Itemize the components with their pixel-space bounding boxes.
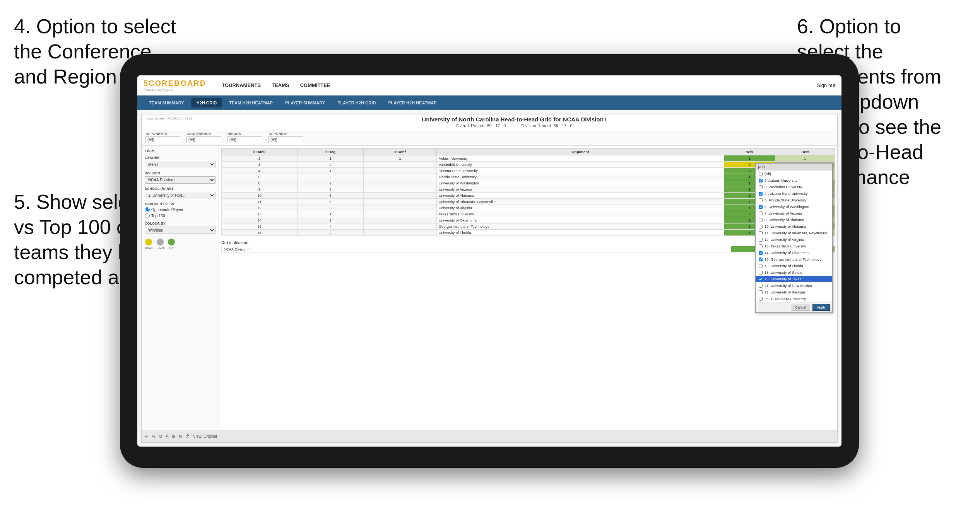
division-select[interactable]: NCAA Division I: [145, 176, 215, 184]
copy-icon[interactable]: ⎘: [166, 434, 168, 439]
dropdown-item[interactable]: 15. Georgia Institute of Technology: [756, 256, 832, 263]
radio-top100-label: Top 100: [151, 214, 165, 218]
table-row: 15 4 Georgia Institute of Technology 5 0: [222, 223, 835, 230]
dropdown-item[interactable]: 16. University of Florida: [756, 263, 832, 269]
dropdown-item[interactable]: 22. University of Georgia: [756, 289, 832, 295]
opponent-view-label: Opponent View: [145, 202, 215, 206]
colour-by-section: Colour by Win/loss: [145, 222, 215, 234]
cell-opponent: University of Alabama: [436, 193, 724, 199]
region-select[interactable]: (All): [227, 136, 262, 143]
tab-team-h2h-heatmap[interactable]: TEAM H2H HEATMAP: [224, 98, 278, 107]
dropdown-header: (All): [756, 164, 832, 171]
bottom-toolbar: ↩ ↪ ↺ ⎘ ⊕ ⊖ ⏱ View: Original: [142, 430, 837, 442]
table-row: 3 2 Vanderbilt University 0 4: [222, 162, 835, 168]
zoom-out-icon[interactable]: ⊖: [178, 434, 182, 439]
cell-rank: 15: [222, 223, 298, 230]
cell-rank: 9: [222, 186, 298, 193]
opponents-select[interactable]: (All): [145, 136, 180, 143]
cell-conf: [364, 180, 436, 186]
dropdown-item[interactable]: 10. University of Alabama: [756, 223, 832, 230]
division-record: Division Record: 88 · 17 · 0: [521, 123, 572, 128]
tab-player-h2h-heatmap[interactable]: PLAYER H2H HEATMAP: [383, 98, 442, 107]
legend-level-text: Level: [156, 246, 164, 250]
col-win: Win: [724, 148, 775, 155]
reset-icon[interactable]: ↺: [159, 434, 162, 439]
school-section: School (Rank) 1. University of Nort...: [145, 187, 215, 199]
clock-icon: ⏱: [185, 434, 190, 439]
dropdown-item[interactable]: 14. University of Oklahoma: [756, 249, 832, 256]
col-conf: # Conf: [364, 148, 436, 155]
school-select[interactable]: 1. University of Nort...: [145, 192, 215, 199]
cell-conf: [364, 174, 436, 180]
cell-reg: 2: [297, 180, 363, 186]
cell-conf: [364, 205, 436, 211]
undo-icon[interactable]: ↩: [145, 434, 149, 439]
nav-signout[interactable]: Sign out: [817, 82, 835, 88]
table-row: 16 2 University of Florida 5 1: [222, 230, 835, 236]
tab-h2h-grid[interactable]: H2H GRID: [191, 98, 222, 107]
radio-top100[interactable]: Top 100: [145, 213, 215, 218]
gender-section: Gender Men's: [145, 156, 215, 168]
dropdown-item[interactable]: 20. University of Texas: [756, 276, 832, 282]
dropdown-item[interactable]: 2. Auburn University: [756, 177, 832, 184]
colour-by-select[interactable]: Win/loss: [145, 227, 215, 234]
out-division-name: NCAA Division II: [222, 246, 731, 252]
dropdown-item[interactable]: 6. University of Washington: [756, 203, 832, 210]
legend-up-icon: [168, 239, 175, 246]
col-rank: # Rank: [222, 148, 298, 155]
legend-up-text: Up: [169, 246, 173, 250]
dropdown-item[interactable]: 8. University of Arizona: [756, 210, 832, 217]
radio-opponents-played[interactable]: Opponents Played: [145, 207, 215, 212]
gender-select[interactable]: Men's: [145, 161, 215, 168]
report-records: Overall Record: 89 · 17 · 0 Division Rec…: [195, 123, 834, 128]
legend-level-icon: [157, 239, 164, 246]
data-table: # Rank # Reg # Conf Opponent Win Loss 2: [221, 148, 835, 236]
report-title: University of North Carolina Head-to-Hea…: [195, 116, 834, 123]
opponent-filter-group: Opponent (All): [269, 132, 303, 143]
dropdown-item[interactable]: 18. University of Illinois: [756, 269, 832, 276]
dropdown-item[interactable]: 23. Texas A&M University: [756, 295, 832, 302]
tab-player-h2h-grid[interactable]: PLAYER H2H GRID: [332, 98, 381, 107]
dropdown-item[interactable]: 21. University of New Mexico: [756, 282, 832, 289]
legend-down-icon: [145, 239, 152, 246]
dropdown-item[interactable]: 5. Florida State University: [756, 197, 832, 203]
cell-reg: 1: [297, 168, 363, 174]
table-row: 4 1 Arizona State University 5 1: [222, 168, 835, 174]
zoom-in-icon[interactable]: ⊕: [171, 434, 175, 439]
conference-select[interactable]: (All): [186, 136, 221, 143]
redo-icon[interactable]: ↪: [152, 434, 156, 439]
apply-button[interactable]: Apply: [812, 304, 830, 311]
opponents-filter-group: Opponents: (All): [145, 132, 180, 143]
table-row: 11 6 University of Arkansas, Fayettevill…: [222, 199, 835, 205]
region-filter-group: Region (All): [227, 132, 262, 143]
nav-tournaments[interactable]: TOURNAMENTS: [222, 81, 261, 90]
cancel-button[interactable]: Cancel: [791, 304, 810, 311]
sub-nav: TEAM SUMMARY H2H GRID TEAM H2H HEATMAP P…: [137, 96, 841, 110]
table-row: 14 2 University of Oklahoma 2 2: [222, 217, 835, 223]
opponent-select[interactable]: (All): [269, 136, 303, 143]
nav-committee[interactable]: COMMITTEE: [300, 81, 330, 90]
cell-conf: [364, 199, 436, 205]
cell-opponent: University of Florida: [436, 230, 724, 236]
dropdown-item[interactable]: 11. University of Arkansas, Fayetteville: [756, 230, 832, 236]
dropdown-list[interactable]: (All)2. Auburn University3. Vanderbilt U…: [756, 171, 832, 302]
cell-rank: 2: [222, 155, 298, 162]
cell-opponent: University of Arizona: [436, 186, 724, 193]
dropdown-item[interactable]: 4. Arizona State University: [756, 190, 832, 197]
left-panel: Team Gender Men's Division NCAA Division…: [142, 146, 219, 430]
dropdown-item[interactable]: 13. Texas Tech University: [756, 243, 832, 249]
nav-teams[interactable]: TEAMS: [272, 81, 289, 90]
tab-team-summary[interactable]: TEAM SUMMARY: [144, 98, 190, 107]
cell-opponent: University of Virginia: [436, 205, 724, 211]
legend-down-text: Down: [145, 246, 152, 250]
cell-opponent: Texas Tech University: [436, 211, 724, 217]
dropdown-item[interactable]: (All): [756, 171, 832, 177]
dropdown-item[interactable]: 12. University of Virginia: [756, 236, 832, 243]
legend-down: Down: [145, 239, 152, 250]
tab-player-summary[interactable]: PLAYER SUMMARY: [280, 98, 330, 107]
radio-opponents-played-label: Opponents Played: [151, 208, 183, 212]
dropdown-item[interactable]: 9. University of Alabama: [756, 217, 832, 223]
cell-opponent: Auburn University: [436, 155, 724, 162]
dropdown-item[interactable]: 3. Vanderbilt University: [756, 184, 832, 190]
cell-loss: 1: [775, 155, 835, 162]
